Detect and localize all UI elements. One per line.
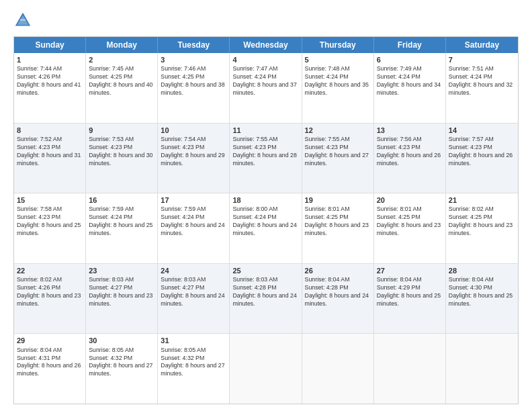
day-info: Sunrise: 7:53 AMSunset: 4:23 PMDaylight:… bbox=[89, 136, 154, 168]
day-number: 5 bbox=[305, 55, 371, 64]
calendar-cell: 30Sunrise: 8:05 AMSunset: 4:32 PMDayligh… bbox=[86, 334, 158, 404]
day-info: Sunrise: 7:47 AMSunset: 4:24 PMDaylight:… bbox=[232, 65, 298, 97]
day-info: Sunrise: 8:03 AMSunset: 4:27 PMDaylight:… bbox=[161, 276, 226, 308]
day-number: 29 bbox=[17, 336, 83, 345]
header bbox=[13, 11, 519, 30]
day-number: 21 bbox=[449, 195, 515, 205]
svg-rect-2 bbox=[20, 19, 26, 21]
day-number: 30 bbox=[89, 336, 154, 345]
calendar-cell: 12Sunrise: 7:55 AMSunset: 4:23 PMDayligh… bbox=[302, 124, 374, 193]
calendar-cell: 26Sunrise: 8:04 AMSunset: 4:28 PMDayligh… bbox=[302, 264, 374, 334]
calendar-header-day: Monday bbox=[86, 37, 158, 53]
day-info: Sunrise: 8:04 AMSunset: 4:28 PMDaylight:… bbox=[305, 276, 371, 308]
calendar-cell: 6Sunrise: 7:49 AMSunset: 4:24 PMDaylight… bbox=[374, 53, 446, 123]
calendar-cell: 8Sunrise: 7:52 AMSunset: 4:23 PMDaylight… bbox=[14, 124, 86, 193]
day-number: 23 bbox=[89, 266, 154, 275]
day-number: 24 bbox=[161, 266, 226, 275]
calendar-header-day: Wednesday bbox=[230, 37, 302, 53]
calendar-week-row: 29Sunrise: 8:04 AMSunset: 4:31 PMDayligh… bbox=[14, 334, 518, 404]
day-info: Sunrise: 8:01 AMSunset: 4:25 PMDaylight:… bbox=[377, 205, 443, 238]
calendar-body: 1Sunrise: 7:44 AMSunset: 4:26 PMDaylight… bbox=[14, 53, 518, 404]
day-number: 2 bbox=[89, 55, 154, 64]
calendar-header-day: Tuesday bbox=[158, 37, 230, 53]
calendar-cell: 20Sunrise: 8:01 AMSunset: 4:25 PMDayligh… bbox=[374, 193, 446, 263]
day-number: 17 bbox=[161, 195, 226, 205]
calendar-header-day: Sunday bbox=[14, 37, 86, 53]
day-info: Sunrise: 7:58 AMSunset: 4:23 PMDaylight:… bbox=[17, 205, 83, 238]
logo-icon bbox=[13, 11, 32, 30]
day-info: Sunrise: 8:05 AMSunset: 4:32 PMDaylight:… bbox=[161, 347, 226, 379]
calendar: SundayMondayTuesdayWednesdayThursdayFrid… bbox=[13, 36, 519, 404]
day-number: 25 bbox=[232, 266, 298, 275]
calendar-cell: 2Sunrise: 7:45 AMSunset: 4:25 PMDaylight… bbox=[86, 53, 158, 123]
day-info: Sunrise: 8:03 AMSunset: 4:27 PMDaylight:… bbox=[89, 276, 154, 308]
calendar-header-day: Thursday bbox=[302, 37, 374, 53]
calendar-cell: 23Sunrise: 8:03 AMSunset: 4:27 PMDayligh… bbox=[86, 264, 158, 334]
day-info: Sunrise: 7:52 AMSunset: 4:23 PMDaylight:… bbox=[17, 136, 83, 168]
calendar-cell: 18Sunrise: 8:00 AMSunset: 4:24 PMDayligh… bbox=[230, 193, 302, 263]
day-number: 28 bbox=[449, 266, 515, 275]
day-info: Sunrise: 8:04 AMSunset: 4:30 PMDaylight:… bbox=[449, 276, 515, 308]
day-number: 26 bbox=[305, 266, 371, 275]
day-info: Sunrise: 7:56 AMSunset: 4:23 PMDaylight:… bbox=[377, 136, 443, 168]
logo bbox=[13, 11, 35, 30]
calendar-cell: 21Sunrise: 8:02 AMSunset: 4:25 PMDayligh… bbox=[446, 193, 518, 263]
day-number: 12 bbox=[305, 126, 371, 135]
calendar-cell: 11Sunrise: 7:55 AMSunset: 4:23 PMDayligh… bbox=[230, 124, 302, 193]
day-number: 19 bbox=[305, 195, 371, 205]
day-number: 10 bbox=[161, 126, 226, 135]
day-info: Sunrise: 8:04 AMSunset: 4:29 PMDaylight:… bbox=[377, 276, 443, 308]
day-number: 14 bbox=[449, 126, 515, 135]
calendar-week-row: 1Sunrise: 7:44 AMSunset: 4:26 PMDaylight… bbox=[14, 53, 518, 124]
day-number: 9 bbox=[89, 126, 154, 135]
calendar-cell: 3Sunrise: 7:46 AMSunset: 4:25 PMDaylight… bbox=[158, 53, 230, 123]
day-info: Sunrise: 8:00 AMSunset: 4:24 PMDaylight:… bbox=[232, 205, 298, 238]
calendar-cell: 13Sunrise: 7:56 AMSunset: 4:23 PMDayligh… bbox=[374, 124, 446, 193]
day-number: 3 bbox=[161, 55, 226, 64]
day-number: 18 bbox=[232, 195, 298, 205]
day-number: 13 bbox=[377, 126, 443, 135]
day-info: Sunrise: 7:55 AMSunset: 4:23 PMDaylight:… bbox=[232, 136, 298, 168]
day-info: Sunrise: 7:51 AMSunset: 4:24 PMDaylight:… bbox=[449, 65, 515, 97]
day-info: Sunrise: 7:55 AMSunset: 4:23 PMDaylight:… bbox=[305, 136, 371, 168]
calendar-cell: 14Sunrise: 7:57 AMSunset: 4:23 PMDayligh… bbox=[446, 124, 518, 193]
page: SundayMondayTuesdayWednesdayThursdayFrid… bbox=[0, 0, 532, 411]
calendar-week-row: 22Sunrise: 8:02 AMSunset: 4:26 PMDayligh… bbox=[14, 264, 518, 334]
calendar-cell: 22Sunrise: 8:02 AMSunset: 4:26 PMDayligh… bbox=[14, 264, 86, 334]
calendar-cell: 9Sunrise: 7:53 AMSunset: 4:23 PMDaylight… bbox=[86, 124, 158, 193]
day-info: Sunrise: 8:02 AMSunset: 4:26 PMDaylight:… bbox=[17, 276, 83, 308]
calendar-cell: 15Sunrise: 7:58 AMSunset: 4:23 PMDayligh… bbox=[14, 193, 86, 263]
day-info: Sunrise: 7:48 AMSunset: 4:24 PMDaylight:… bbox=[305, 65, 371, 97]
day-info: Sunrise: 7:44 AMSunset: 4:26 PMDaylight:… bbox=[17, 65, 83, 97]
calendar-cell: 25Sunrise: 8:03 AMSunset: 4:28 PMDayligh… bbox=[230, 264, 302, 334]
calendar-cell: 16Sunrise: 7:59 AMSunset: 4:24 PMDayligh… bbox=[86, 193, 158, 263]
calendar-week-row: 15Sunrise: 7:58 AMSunset: 4:23 PMDayligh… bbox=[14, 193, 518, 264]
calendar-week-row: 8Sunrise: 7:52 AMSunset: 4:23 PMDaylight… bbox=[14, 124, 518, 194]
calendar-cell: 4Sunrise: 7:47 AMSunset: 4:24 PMDaylight… bbox=[230, 53, 302, 123]
day-number: 7 bbox=[449, 55, 515, 64]
day-number: 11 bbox=[232, 126, 298, 135]
day-number: 8 bbox=[17, 126, 83, 135]
day-number: 6 bbox=[377, 55, 443, 64]
calendar-cell: 24Sunrise: 8:03 AMSunset: 4:27 PMDayligh… bbox=[158, 264, 230, 334]
day-info: Sunrise: 8:04 AMSunset: 4:31 PMDaylight:… bbox=[17, 347, 83, 379]
day-number: 20 bbox=[377, 195, 443, 205]
day-info: Sunrise: 7:59 AMSunset: 4:24 PMDaylight:… bbox=[161, 205, 226, 238]
day-info: Sunrise: 7:49 AMSunset: 4:24 PMDaylight:… bbox=[377, 65, 443, 97]
day-number: 4 bbox=[232, 55, 298, 64]
calendar-cell bbox=[302, 334, 374, 404]
calendar-cell: 1Sunrise: 7:44 AMSunset: 4:26 PMDaylight… bbox=[14, 53, 86, 123]
day-number: 27 bbox=[377, 266, 443, 275]
calendar-header-day: Friday bbox=[374, 37, 446, 53]
day-number: 22 bbox=[17, 266, 83, 275]
day-info: Sunrise: 7:46 AMSunset: 4:25 PMDaylight:… bbox=[161, 65, 226, 97]
day-info: Sunrise: 8:03 AMSunset: 4:28 PMDaylight:… bbox=[232, 276, 298, 308]
day-info: Sunrise: 8:05 AMSunset: 4:32 PMDaylight:… bbox=[89, 347, 154, 379]
calendar-cell bbox=[446, 334, 518, 404]
day-number: 16 bbox=[89, 195, 154, 205]
day-info: Sunrise: 8:01 AMSunset: 4:25 PMDaylight:… bbox=[305, 205, 371, 238]
day-number: 1 bbox=[17, 55, 83, 64]
calendar-cell bbox=[230, 334, 302, 404]
day-info: Sunrise: 7:59 AMSunset: 4:24 PMDaylight:… bbox=[89, 205, 154, 238]
day-number: 15 bbox=[17, 195, 83, 205]
